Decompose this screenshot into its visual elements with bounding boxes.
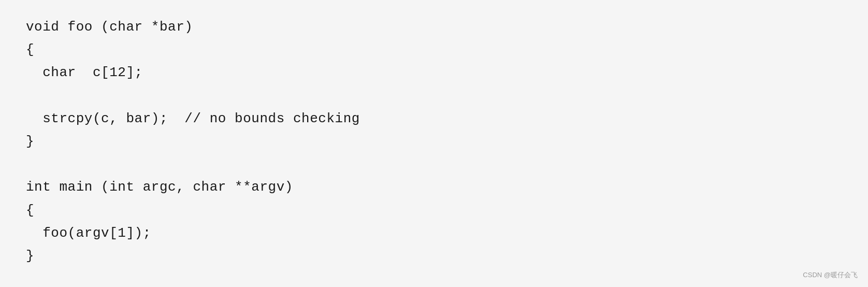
code-line: } <box>26 130 842 153</box>
code-line: { <box>26 199 842 222</box>
code-line: strcpy(c, bar); // no bounds checking <box>26 107 842 130</box>
code-empty-line <box>26 84 842 107</box>
code-container: void foo (char *bar){ char c[12]; strcpy… <box>0 0 868 287</box>
code-block: void foo (char *bar){ char c[12]; strcpy… <box>26 16 842 267</box>
code-empty-line <box>26 153 842 176</box>
code-line: } <box>26 245 842 267</box>
code-line: { <box>26 38 842 61</box>
code-line: char c[12]; <box>26 61 842 84</box>
code-line: foo(argv[1]); <box>26 222 842 245</box>
code-line: void foo (char *bar) <box>26 16 842 38</box>
watermark: CSDN @暖仔会飞 <box>803 270 858 280</box>
code-line: int main (int argc, char **argv) <box>26 176 842 198</box>
